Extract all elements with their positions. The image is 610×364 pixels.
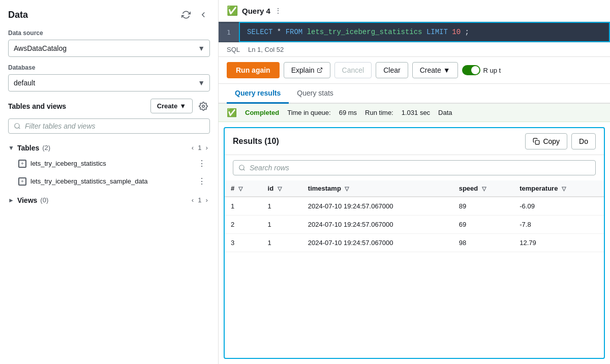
col-temperature-label: temperature xyxy=(520,185,558,192)
views-count: (0) xyxy=(40,196,48,204)
create-label: Create xyxy=(420,66,441,74)
views-section: ► Views (0) ‹ 1 › xyxy=(8,193,210,207)
editor-line: 1 SELECT * FROM lets_try_iceberg_statist… xyxy=(219,22,610,42)
cell-temperature-3: 12.79 xyxy=(513,234,604,252)
table-body: 1 1 2024-07-10 19:24:57.067000 89 -6.09 … xyxy=(225,197,604,252)
cell-id-2: 1 xyxy=(262,216,302,234)
tables-prev-button[interactable]: ‹ xyxy=(190,143,196,153)
query-more-icon[interactable]: ⋮ xyxy=(274,7,282,15)
col-num-sort: ▽ xyxy=(238,186,242,192)
tab-query-results-label: Query results xyxy=(235,89,281,97)
right-panel: ✅ Query 4 ⋮ 1 SELECT * FROM lets_try_ice… xyxy=(219,0,610,364)
editor-status: SQL Ln 1, Col 52 xyxy=(219,43,610,57)
limit-value: 10 xyxy=(452,28,461,36)
cell-temperature-1: -6.09 xyxy=(513,197,604,216)
cell-num-2: 2 xyxy=(225,216,262,234)
create-dropdown-button[interactable]: Create ▼ xyxy=(412,62,458,78)
col-id-sort: ▽ xyxy=(278,186,282,192)
completed-icon: ✅ xyxy=(227,108,237,117)
col-header-num[interactable]: # ▽ xyxy=(225,180,262,197)
database-label: Database xyxy=(8,64,210,71)
filter-search-box xyxy=(8,118,210,134)
svg-point-0 xyxy=(202,105,205,107)
col-header-temperature[interactable]: temperature ▽ xyxy=(513,180,604,197)
toggle-thumb xyxy=(471,66,479,74)
tab-query-results[interactable]: Query results xyxy=(227,84,289,104)
cell-speed-1: 89 xyxy=(453,197,514,216)
cell-timestamp-1: 2024-07-10 19:24:57.067000 xyxy=(302,197,453,216)
tables-views-header: Tables and views Create ▼ xyxy=(8,99,210,113)
col-header-id[interactable]: id ▽ xyxy=(262,180,302,197)
search-icon xyxy=(14,123,21,130)
toggle-label: R up t xyxy=(483,67,501,74)
copy-button[interactable]: Copy xyxy=(525,133,567,149)
query-toolbar: Run again Explain Cancel Clear Create ▼ … xyxy=(219,57,610,84)
create-button[interactable]: Create ▼ xyxy=(150,99,193,113)
tables-section-toggle[interactable]: ▼ Tables (2) xyxy=(8,144,50,152)
cell-timestamp-3: 2024-07-10 19:24:57.067000 xyxy=(302,234,453,252)
svg-point-5 xyxy=(239,165,244,170)
left-panel: Data Data source AwsDataCatalog ▼ Databa… xyxy=(0,0,219,364)
clear-button[interactable]: Clear xyxy=(376,62,408,78)
settings-button[interactable] xyxy=(197,100,210,113)
results-header: Results (10) Copy Do xyxy=(225,128,604,155)
refresh-button[interactable] xyxy=(179,8,193,21)
cell-timestamp-2: 2024-07-10 19:24:57.067000 xyxy=(302,216,453,234)
search-rows-input[interactable] xyxy=(250,164,590,172)
status-sql-label: SQL xyxy=(227,46,240,53)
datasource-label: Data source xyxy=(8,29,210,37)
run-time-label: Run time: xyxy=(365,109,393,116)
results-area: ✅ Completed Time in queue: 69 ms Run tim… xyxy=(219,104,610,364)
svg-line-6 xyxy=(243,169,245,171)
cancel-button[interactable]: Cancel xyxy=(334,62,372,78)
table-item-2[interactable]: + lets_try_iceberg_statistics_sample_dat… xyxy=(8,172,210,190)
views-next-button[interactable]: › xyxy=(204,195,210,205)
tables-next-button[interactable]: › xyxy=(204,143,210,153)
editor-area: 1 SELECT * FROM lets_try_iceberg_statist… xyxy=(219,22,610,43)
code-editor[interactable]: SELECT * FROM lets_try_iceberg_statistic… xyxy=(239,22,610,42)
keyword-limit: LIMIT xyxy=(426,28,448,36)
views-pagination: ‹ 1 › xyxy=(190,195,210,205)
col-header-speed[interactable]: speed ▽ xyxy=(453,180,514,197)
table-row: 3 1 2024-07-10 19:24:57.067000 98 12.79 xyxy=(225,234,604,252)
table-item-1[interactable]: + lets_try_iceberg_statistics ⋮ xyxy=(8,155,210,172)
explain-label: Explain xyxy=(291,66,315,74)
results-panel: Results (10) Copy Do xyxy=(224,127,605,359)
svg-point-1 xyxy=(15,124,19,128)
search-rows-box xyxy=(233,160,596,175)
collapse-panel-button[interactable] xyxy=(197,8,210,21)
results-table: # ▽ id ▽ timestamp ▽ xyxy=(225,180,604,252)
views-section-toggle[interactable]: ► Views (0) xyxy=(8,196,48,204)
views-chevron-icon: ► xyxy=(8,197,14,204)
status-bar: ✅ Completed Time in queue: 69 ms Run tim… xyxy=(219,104,610,122)
keyword-select: SELECT xyxy=(247,28,272,36)
col-timestamp-sort: ▽ xyxy=(345,186,349,192)
copy-icon xyxy=(533,138,540,145)
cell-id-3: 1 xyxy=(262,234,302,252)
col-header-timestamp[interactable]: timestamp ▽ xyxy=(302,180,453,197)
table-ref: lets_try_iceberg_statistics xyxy=(307,28,426,36)
tab-query-stats[interactable]: Query stats xyxy=(289,84,342,104)
run-again-button[interactable]: Run again xyxy=(227,62,280,78)
views-label: Views xyxy=(17,196,37,204)
datasource-select-wrapper: AwsDataCatalog ▼ xyxy=(8,40,210,57)
table-wrapper: # ▽ id ▽ timestamp ▽ xyxy=(225,180,604,358)
table-menu-2[interactable]: ⋮ xyxy=(196,175,208,187)
filter-input[interactable] xyxy=(25,122,204,130)
views-prev-button[interactable]: ‹ xyxy=(190,195,196,205)
table-menu-1[interactable]: ⋮ xyxy=(196,158,208,169)
download-button[interactable]: Do xyxy=(571,133,596,149)
datasource-select[interactable]: AwsDataCatalog xyxy=(8,40,210,57)
run-toggle[interactable] xyxy=(462,65,480,75)
results-count: (10) xyxy=(264,137,279,145)
col-timestamp-label: timestamp xyxy=(308,185,341,192)
panel-title: Data xyxy=(8,10,28,20)
table-icon-2: + xyxy=(18,177,26,186)
code-semicolon: ; xyxy=(465,28,469,36)
explain-button[interactable]: Explain xyxy=(284,62,330,78)
time-in-queue-label: Time in queue: xyxy=(287,109,331,116)
run-time-value: 1.031 sec xyxy=(402,109,430,116)
table-icon-1: + xyxy=(18,160,26,168)
database-select[interactable]: default xyxy=(8,74,210,92)
tables-page: 1 xyxy=(198,144,201,151)
